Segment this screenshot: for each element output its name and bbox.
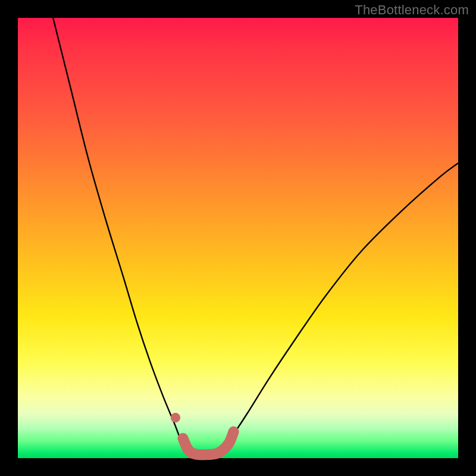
watermark-text: TheBottleneck.com xyxy=(355,2,469,18)
plot-area xyxy=(18,18,458,458)
right-branch-curve xyxy=(216,163,458,458)
left-marker-dot xyxy=(171,413,180,422)
valley-marker-curve xyxy=(183,432,234,455)
chart-frame: TheBottleneck.com xyxy=(0,0,476,476)
left-branch-curve xyxy=(53,18,192,458)
curve-layer xyxy=(18,18,458,458)
